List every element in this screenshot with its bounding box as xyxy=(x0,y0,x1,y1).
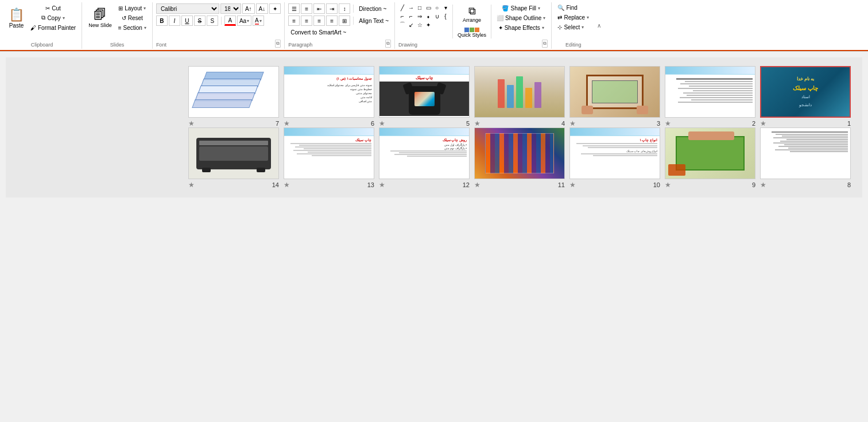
bullets-button[interactable]: ☰ xyxy=(288,3,300,14)
slide-star-8[interactable]: ★ xyxy=(760,181,766,189)
new-slide-button[interactable]: 🗐 New Slide xyxy=(86,3,115,33)
bold-button[interactable]: B xyxy=(156,16,168,26)
shape-fill-button[interactable]: 🪣 Shape Fill ▾ xyxy=(494,3,548,13)
increase-indent-button[interactable]: ⇥ xyxy=(326,3,338,14)
shadow-button[interactable]: S xyxy=(207,16,218,26)
slide-star-12[interactable]: ★ xyxy=(379,181,385,189)
slide-item-12[interactable]: روش چاپ سیلک • پاراگراف اول متن • پاراگر… xyxy=(379,127,470,189)
increase-font-button[interactable]: A↑ xyxy=(242,3,255,14)
copy-button[interactable]: ⧉ Copy ▾ xyxy=(28,13,78,22)
drawing-expand-icon[interactable]: ⧉ xyxy=(542,40,548,48)
numbering-button[interactable]: ≡ xyxy=(301,3,312,14)
slide-item-8[interactable]: ★ 8 xyxy=(760,127,851,189)
font-family-select[interactable]: Calibri xyxy=(156,3,219,14)
slide-star-4[interactable]: ★ xyxy=(474,119,480,127)
slide-star-6[interactable]: ★ xyxy=(284,119,290,127)
align-text-label: Align Text ~ xyxy=(359,18,389,24)
section-button[interactable]: ≡ Section ▾ xyxy=(116,23,149,32)
slide-item-9[interactable]: ★ 9 xyxy=(665,127,755,189)
select-button[interactable]: ⊹ Select ▾ xyxy=(555,23,591,32)
text-direction-button[interactable]: Direction ~ xyxy=(356,4,389,13)
slide-star-9[interactable]: ★ xyxy=(665,181,671,189)
format-painter-icon: 🖌 xyxy=(30,25,36,31)
shape-circle-icon[interactable]: ○ xyxy=(433,3,441,11)
slide-item-13[interactable]: چاپ سیلک ★ 13 xyxy=(284,127,374,189)
slide-star-5[interactable]: ★ xyxy=(379,119,385,127)
shape-rect-icon[interactable]: □ xyxy=(416,3,424,11)
shape-arc-icon[interactable]: ⌒ xyxy=(398,21,406,29)
align-center-button[interactable]: ≡ xyxy=(301,16,312,26)
columns-button[interactable]: ⊞ xyxy=(339,16,350,26)
decrease-font-button[interactable]: A↓ xyxy=(256,3,269,14)
slide-item-3[interactable]: ★ 3 xyxy=(569,66,660,127)
font-size-select[interactable]: 18 xyxy=(220,3,241,14)
slide-item-1[interactable]: به نام خدا چاپ سیلک استاد دانشجو ★ 1 xyxy=(760,66,851,127)
shape-brace-icon[interactable]: { xyxy=(441,12,450,20)
shape-effects-icon: ✦ xyxy=(498,25,503,31)
shape-arrow2-icon[interactable]: ⇒ xyxy=(416,12,424,20)
slide-star-10[interactable]: ★ xyxy=(569,181,576,189)
slide-number-row-2: ★ 2 xyxy=(665,119,755,127)
align-right-button[interactable]: ≡ xyxy=(313,16,325,26)
slide-star-11[interactable]: ★ xyxy=(474,181,480,189)
align-text-button[interactable]: Align Text ~ xyxy=(356,16,391,25)
cut-button[interactable]: ✂ Cut xyxy=(28,3,78,13)
slide-star-7[interactable]: ★ xyxy=(188,119,195,127)
quick-styles-button[interactable]: Quick Styles xyxy=(456,26,488,40)
slide-item-7[interactable]: ★ 7 xyxy=(188,66,279,127)
decrease-indent-button[interactable]: ⇤ xyxy=(313,3,325,14)
shape-l-icon[interactable]: ⌐ xyxy=(398,12,406,20)
slide-star-13[interactable]: ★ xyxy=(284,181,290,189)
convert-smartart-label: Convert to SmartArt ~ xyxy=(290,29,346,36)
font-size-combo[interactable]: Aa ▾ xyxy=(237,16,251,26)
font-expand-icon[interactable]: ⧉ xyxy=(275,40,281,48)
shape-z-icon[interactable]: ⌐ xyxy=(407,12,415,20)
ribbon-collapse-button[interactable]: ∧ xyxy=(597,22,601,29)
slide-star-14[interactable]: ★ xyxy=(188,181,195,189)
slide-star-3[interactable]: ★ xyxy=(569,119,576,127)
shape-outline-button[interactable]: ⬜ Shape Outline ▾ xyxy=(494,13,548,22)
find-button[interactable]: 🔍 Find xyxy=(555,3,591,12)
convert-smartart-button[interactable]: Convert to SmartArt ~ xyxy=(288,28,348,37)
justify-button[interactable]: ≡ xyxy=(326,16,338,26)
shape-effects-button[interactable]: ✦ Shape Effects ▾ xyxy=(494,23,548,32)
shape-curve-icon[interactable]: ∪ xyxy=(433,12,441,20)
paste-button[interactable]: 📋 Paste xyxy=(6,3,27,33)
slide-item-2[interactable]: ★ 2 xyxy=(665,66,755,127)
underline-button[interactable]: U xyxy=(181,16,193,26)
format-painter-button[interactable]: 🖌 Format Painter xyxy=(28,23,78,32)
shape-more-icon[interactable]: ▾ xyxy=(441,3,450,11)
strikethrough-button[interactable]: S xyxy=(194,16,206,26)
find-icon: 🔍 xyxy=(557,5,564,11)
font-color-button[interactable]: A xyxy=(224,16,236,26)
slide-item-6[interactable]: جدول محاسبات ۱ (ص ۱) نمونه متن فارسی برا… xyxy=(284,66,374,127)
italic-button[interactable]: I xyxy=(169,16,180,26)
reset-button[interactable]: ↺ Reset xyxy=(116,13,149,22)
arrange-label: Arrange xyxy=(463,17,481,23)
shape-star-icon[interactable]: ☆ xyxy=(416,21,424,29)
slide-item-4[interactable]: ★ 4 xyxy=(474,66,565,127)
shape-arrow-icon[interactable]: → xyxy=(407,3,415,11)
slide-star-1[interactable]: ★ xyxy=(760,119,766,127)
font-color-combo[interactable]: A ▾ xyxy=(253,16,264,26)
shape-hook-icon[interactable]: ↙ xyxy=(407,21,415,29)
line-spacing-button[interactable]: ↕ xyxy=(339,3,350,14)
slide-star-2[interactable]: ★ xyxy=(665,119,671,127)
shape-star2-icon[interactable]: ✦ xyxy=(424,21,432,29)
slide-num-10: 10 xyxy=(653,181,660,188)
shape-line-icon[interactable]: ╱ xyxy=(398,3,406,11)
slide-item-5[interactable]: چاپ سیلک ★ xyxy=(379,66,470,127)
clear-format-button[interactable]: ✦ xyxy=(269,3,281,14)
paragraph-expand-icon[interactable]: ⧉ xyxy=(385,40,391,48)
slide-item-14[interactable]: ★ 14 xyxy=(188,127,279,189)
shape-arrow3-icon[interactable]: ⬧ xyxy=(424,12,432,20)
slide-item-10[interactable]: انواع چاپ ۱ انواع روش‌های چاپ سیلک ★ 10 xyxy=(569,127,660,189)
layout-button[interactable]: ⊞ Layout ▾ xyxy=(116,3,149,13)
slide-item-11[interactable]: ★ 11 xyxy=(474,127,565,189)
arrange-button[interactable]: ⧉ Arrange xyxy=(456,3,488,25)
align-left-button[interactable]: ≡ xyxy=(288,16,300,26)
slide-num-4: 4 xyxy=(561,120,565,127)
drawing-label: Drawing xyxy=(398,41,417,48)
shape-rect2-icon[interactable]: ▭ xyxy=(424,3,432,11)
replace-button[interactable]: ⇄ Replace ▾ xyxy=(555,13,591,22)
